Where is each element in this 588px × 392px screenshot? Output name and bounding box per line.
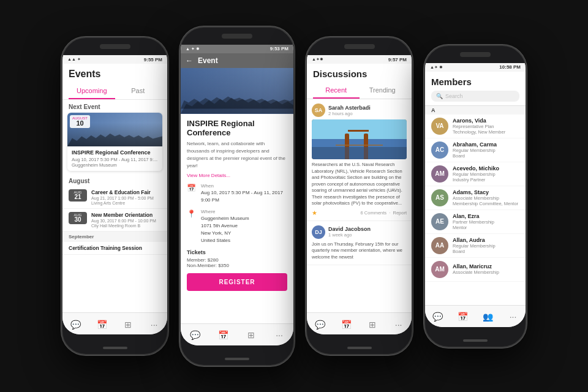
member-avatar-4: AE (431, 213, 448, 230)
nav-chat-4[interactable]: 💬 (432, 311, 443, 322)
nav-members-4[interactable]: 👥 (483, 311, 494, 322)
time-4: 10:58 PM (499, 64, 521, 70)
register-button[interactable]: REGISTER (187, 273, 287, 291)
event-item-sept[interactable]: Certification Training Session (62, 242, 167, 255)
phone-1-screen: ▲▲ ✦ 9:55 PM Events Upcoming Past Next E… (62, 55, 167, 334)
phone-chin-1 (103, 347, 127, 349)
post-2-author: David Jacobson (328, 226, 371, 232)
nav-more-2[interactable]: ··· (274, 330, 285, 341)
status-icons-1: ▲▲ ✦ (67, 57, 81, 62)
member-item-6[interactable]: AM Allan, Maricruz Associate Membership (425, 258, 526, 282)
member-item-5[interactable]: AA Allan, Audra Regular Membership Board (425, 234, 526, 258)
post-2[interactable]: DJ David Jacobson 1 week ago Join us on … (307, 221, 412, 266)
tab-trending[interactable]: Trending (360, 83, 406, 99)
events-tabs: Upcoming Past (69, 83, 161, 99)
scene: ▲▲ ✦ 9:55 PM Events Upcoming Past Next E… (0, 0, 588, 392)
time-3: 9:57 PM (388, 57, 407, 62)
nav-grid-2[interactable]: ⊞ (246, 330, 257, 341)
member-price: Member: $280 (187, 257, 287, 263)
disc-tabs: Recent Trending (313, 83, 405, 99)
post-1-text: Researchers at the U.S. Naval Research L… (312, 162, 407, 207)
post-1-actions: 6 Comments · Report (361, 210, 407, 216)
location-icon: 📍 (187, 209, 196, 218)
nav-bar-4: 💬 📅 👥 ··· (425, 305, 526, 327)
post-1-star[interactable]: ★ (312, 209, 317, 216)
phone-3-screen: ▲✦✹ 9:57 PM Discussions Recent Trending … (307, 55, 412, 334)
when-section: 📅 When Aug 10, 2017 5:30 PM - Aug 11, 20… (187, 183, 287, 204)
status-bar-1: ▲▲ ✦ 9:55 PM (62, 55, 167, 64)
nav-grid-3[interactable]: ⊞ (367, 319, 378, 330)
nav-calendar-4[interactable]: 📅 (458, 311, 469, 322)
event-item-1[interactable]: Aug 21 Career & Education Fair Aug 21, 2… (62, 186, 167, 209)
nav-bar-3: 💬 📅 ⊞ ··· (307, 312, 412, 334)
event-detail-header: ← Event (181, 53, 293, 68)
post-2-time: 1 week ago (328, 232, 371, 238)
post-1-image (312, 119, 407, 159)
status-bar-2: ▲ ✦ ✹ 9:53 PM (181, 45, 293, 53)
time-2: 9:53 PM (270, 46, 288, 51)
members-title: Members (431, 77, 519, 87)
next-event-card[interactable]: August 10 INSPIRE Regional Conference Au… (67, 113, 162, 171)
member-avatar-3: AS (431, 189, 448, 206)
calendar-icon: 📅 (187, 184, 196, 192)
member-avatar-0: VA (431, 118, 448, 135)
discussions-header: Discussions Recent Trending (307, 64, 412, 99)
search-placeholder: Search (445, 93, 463, 99)
where-section: 📍 Where Guggenheim Museum 1071 5th Avenu… (187, 209, 287, 244)
event-name-detail: INSPIRE Regional Conference (187, 119, 287, 137)
phone-2: ▲ ✦ ✹ 9:53 PM ← Event INSPIRE Regional C… (179, 26, 295, 366)
event-2-badge: Aug 30 (69, 212, 87, 224)
member-item-3[interactable]: AS Adams, Stacy Associate Membership Mem… (425, 186, 526, 210)
next-event-image: August 10 (67, 113, 162, 146)
member-item-4[interactable]: AE Alan, Ezra Partner Membership Mentor (425, 210, 526, 234)
next-event-label: Next Event (62, 100, 167, 113)
tab-upcoming[interactable]: Upcoming (69, 83, 115, 99)
view-more-link[interactable]: View More Details... (187, 173, 287, 178)
next-event-info: INSPIRE Regional Conference Aug 10, 2017… (67, 146, 162, 171)
member-item-1[interactable]: AC Abraham, Carma Regular Membership Boa… (425, 138, 526, 162)
events-title: Events (69, 69, 161, 80)
nav-calendar-3[interactable]: 📅 (341, 319, 352, 330)
events-header: Events Upcoming Past (62, 64, 167, 100)
search-icon: 🔍 (436, 93, 443, 99)
nav-more-1[interactable]: ··· (149, 319, 160, 330)
august-label: August (62, 175, 167, 186)
event-detail-body: INSPIRE Regional Conference Network, lea… (181, 114, 293, 323)
phone-4: ▲✦ ✹ 10:58 PM Members 🔍 Search A VA Aaro… (424, 45, 527, 348)
nonmember-price: Non-Member: $350 (187, 263, 287, 268)
back-button[interactable]: ← (186, 56, 193, 65)
nav-grid-1[interactable]: ⊞ (123, 319, 134, 330)
nav-calendar-2[interactable]: 📅 (217, 330, 228, 341)
nav-more-4[interactable]: ··· (508, 311, 519, 322)
alpha-a: A (425, 106, 526, 115)
nav-calendar-1[interactable]: 📅 (96, 319, 107, 330)
member-avatar-5: AA (431, 237, 448, 254)
event-hero-image (181, 68, 293, 114)
discussions-title: Discussions (313, 69, 405, 79)
avatar-2: DJ (312, 225, 325, 239)
members-header: Members 🔍 Search (425, 72, 526, 106)
member-avatar-2: AM (431, 165, 448, 183)
nav-bar-1: 💬 📅 ⊞ ··· (62, 312, 167, 334)
post-1[interactable]: SA Sarah Asterbadi 2 hours ago Re (307, 99, 412, 221)
event-detail-title-bar: Event (198, 56, 218, 65)
nav-chat-1[interactable]: 💬 (70, 319, 81, 330)
member-item-2[interactable]: AM Acevedo, Michiko Regular Membership I… (425, 162, 526, 186)
phone-chin-2 (225, 358, 249, 360)
phone-3: ▲✦✹ 9:57 PM Discussions Recent Trending … (306, 37, 413, 355)
post-1-author: Sarah Asterbadi (328, 105, 371, 111)
tab-past[interactable]: Past (115, 83, 162, 99)
nav-chat-3[interactable]: 💬 (314, 319, 325, 330)
member-item-0[interactable]: VA Aarons, Vida Representative Plan Tech… (425, 115, 526, 138)
avatar-1: SA (312, 104, 325, 117)
post-1-time: 2 hours ago (328, 111, 371, 116)
member-avatar-1: AC (431, 141, 448, 159)
event-desc: Network, learn, and collaborate with tho… (187, 140, 287, 170)
phone-4-screen: ▲✦ ✹ 10:58 PM Members 🔍 Search A VA Aaro… (425, 63, 526, 327)
event-item-2[interactable]: Aug 30 New Member Orientation Aug 30, 20… (62, 209, 167, 232)
tab-recent[interactable]: Recent (313, 83, 360, 99)
nav-more-3[interactable]: ··· (393, 319, 404, 330)
nav-chat-2[interactable]: 💬 (189, 330, 200, 341)
september-label: September (62, 232, 167, 242)
search-bar[interactable]: 🔍 Search (431, 91, 519, 102)
